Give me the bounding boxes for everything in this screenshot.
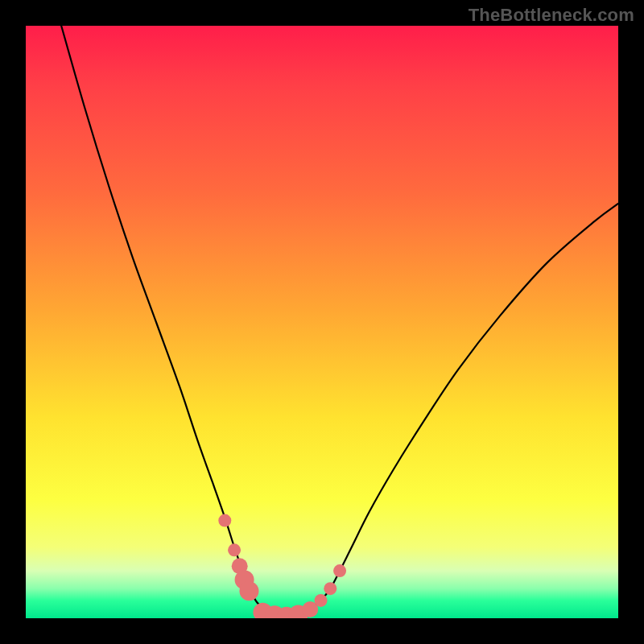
- chart-frame: TheBottleneck.com: [0, 0, 644, 644]
- left-curve: [61, 26, 287, 617]
- right-curve: [287, 204, 618, 617]
- watermark-text: TheBottleneck.com: [469, 5, 634, 26]
- markers-group: [218, 514, 346, 618]
- data-marker: [239, 581, 258, 601]
- data-marker: [315, 594, 328, 607]
- data-marker: [324, 582, 336, 595]
- chart-svg: [26, 26, 618, 618]
- data-marker: [333, 564, 346, 577]
- plot-area: [26, 26, 618, 618]
- data-marker: [218, 514, 231, 527]
- data-marker: [228, 543, 241, 556]
